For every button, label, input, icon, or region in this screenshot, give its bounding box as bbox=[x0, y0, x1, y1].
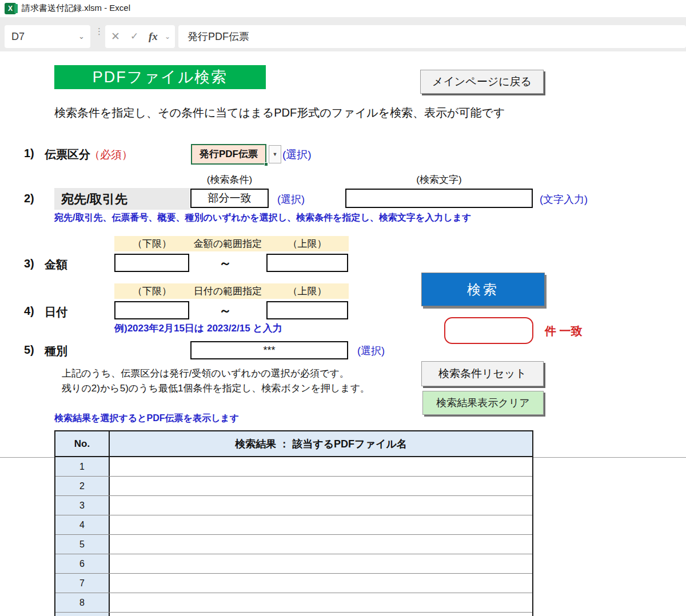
table-row[interactable]: 4 bbox=[55, 515, 532, 535]
amount-lower-header: （下限） bbox=[114, 237, 190, 250]
voucher-type-dropdown-icon[interactable]: ▼ bbox=[269, 145, 281, 163]
col-header-result: 検索結果 ： 該当するPDFファイル名 bbox=[110, 431, 532, 456]
amount-upper-input[interactable] bbox=[266, 254, 348, 272]
field2-number: 2) bbox=[24, 192, 34, 205]
table-row[interactable]: 6 bbox=[55, 554, 532, 574]
row-result-cell[interactable] bbox=[110, 477, 532, 495]
amount-range-label: 金額の範囲指定 bbox=[190, 237, 266, 250]
field3-label: 金額 bbox=[45, 257, 67, 273]
back-to-main-button[interactable]: メインページに戻る bbox=[420, 70, 544, 94]
instruction-line2: 残りの2)から5)のうち最低1個条件を指定し、検索ボタンを押します。 bbox=[62, 381, 370, 396]
searchtext-column-header: (検索文字) bbox=[345, 173, 533, 186]
row-number-cell: 6 bbox=[55, 554, 110, 573]
search-button[interactable]: 検索 bbox=[421, 273, 545, 306]
table-row[interactable]: 3 bbox=[55, 496, 532, 515]
row-result-cell[interactable] bbox=[110, 593, 532, 612]
field2-note: 宛先/取引先、伝票番号、概要、種別のいずれかを選択し、検索条件を指定し、検索文字… bbox=[54, 212, 471, 224]
expand-formula-bar-icon[interactable]: ⌄ bbox=[165, 25, 170, 48]
window-title: 請求書送付記録.xlsm - Excel bbox=[22, 3, 130, 14]
row-number-cell: 4 bbox=[55, 515, 110, 534]
required-badge: （必須） bbox=[89, 147, 133, 162]
amount-tilde: ～ bbox=[219, 255, 232, 272]
excel-app-icon: X bbox=[5, 3, 16, 14]
field2-select-hint: (選択) bbox=[277, 193, 305, 206]
match-count-suffix: 件 一致 bbox=[545, 323, 583, 339]
chevron-down-icon[interactable]: ⌄ bbox=[78, 25, 85, 48]
table-row[interactable]: 9 bbox=[55, 613, 532, 616]
cancel-icon[interactable]: ✕ bbox=[111, 25, 120, 48]
excel-window: X 請求書送付記録.xlsm - Excel D7 ⌄ ⋮ ✕ ✓ fx ⌄ 発… bbox=[0, 0, 686, 616]
formula-buttons: ✕ ✓ fx ⌄ bbox=[105, 25, 175, 48]
row-number-cell: 5 bbox=[55, 535, 110, 554]
date-range-band: （下限） 日付の範囲指定 （上限） bbox=[114, 283, 349, 299]
col-header-no: No. bbox=[55, 431, 110, 456]
condition-column-header: (検索条件) bbox=[190, 173, 269, 186]
formula-bar-strip: D7 ⌄ ⋮ ✕ ✓ fx ⌄ 発行PDF伝票 bbox=[0, 17, 686, 51]
field4-label: 日付 bbox=[45, 305, 67, 320]
name-box[interactable]: D7 ⌄ bbox=[5, 25, 90, 48]
field5-select-hint: (選択) bbox=[357, 344, 385, 358]
row-number-cell: 9 bbox=[55, 613, 110, 616]
field1-label: 伝票区分 bbox=[45, 147, 90, 162]
row-number-cell: 2 bbox=[55, 477, 110, 495]
date-range-label: 日付の範囲指定 bbox=[190, 285, 266, 298]
field1-select-hint: (選択) bbox=[282, 147, 312, 162]
field1-number: 1) bbox=[24, 147, 34, 160]
date-lower-input[interactable] bbox=[114, 301, 189, 319]
match-count-box bbox=[444, 317, 533, 344]
date-lower-header: （下限） bbox=[114, 285, 190, 298]
page-title: PDFファイル検索 bbox=[54, 65, 266, 89]
field2-label: 宛先/取引先 bbox=[61, 191, 127, 208]
insert-function-icon[interactable]: fx bbox=[149, 25, 158, 48]
result-hint: 検索結果を選択するとPDF伝票を表示します bbox=[54, 413, 239, 425]
page-description: 検索条件を指定し、その条件に当てはまるPDF形式のファイルを検索、表示が可能です bbox=[54, 105, 505, 121]
row-result-cell[interactable] bbox=[110, 613, 532, 616]
field5-label: 種別 bbox=[45, 343, 67, 359]
instruction-line1: 上記のうち、伝票区分は発行/受領のいずれかの選択が必須です。 bbox=[62, 366, 370, 381]
row-number-cell: 8 bbox=[55, 593, 110, 612]
match-condition-cell[interactable]: 部分一致 bbox=[190, 189, 269, 208]
row-result-cell[interactable] bbox=[110, 457, 532, 476]
row-result-cell[interactable] bbox=[110, 515, 532, 534]
results-table-body: 1 2 3 4 5 6 7 8 9 bbox=[54, 457, 533, 616]
date-upper-header: （上限） bbox=[266, 285, 349, 298]
table-row[interactable]: 7 bbox=[55, 574, 532, 593]
field2-input-hint: (文字入力) bbox=[540, 193, 588, 206]
reset-conditions-button[interactable]: 検索条件リセット bbox=[421, 361, 544, 386]
enter-icon[interactable]: ✓ bbox=[130, 25, 138, 48]
type-select-cell[interactable]: *** bbox=[190, 341, 348, 359]
date-example-note: 例)2023年2月15日は 2023/2/15 と入力 bbox=[114, 322, 282, 335]
results-table-header: No. 検索結果 ： 該当するPDFファイル名 bbox=[54, 430, 533, 457]
title-bar: X 請求書送付記録.xlsm - Excel bbox=[0, 0, 686, 17]
results-table: No. 検索結果 ： 該当するPDFファイル名 1 2 3 4 5 6 7 8 … bbox=[54, 430, 533, 616]
table-row[interactable]: 8 bbox=[55, 593, 532, 613]
date-upper-input[interactable] bbox=[266, 301, 348, 319]
table-row[interactable]: 5 bbox=[55, 535, 532, 554]
date-tilde: ～ bbox=[219, 302, 232, 319]
table-row[interactable]: 1 bbox=[55, 457, 532, 477]
cell-fill-handle[interactable] bbox=[264, 162, 268, 166]
row-result-cell[interactable] bbox=[110, 554, 532, 573]
instructions: 上記のうち、伝票区分は発行/受領のいずれかの選択が必須です。 残りの2)から5)… bbox=[62, 366, 370, 396]
row-number-cell: 7 bbox=[55, 574, 110, 593]
amount-lower-input[interactable] bbox=[114, 254, 189, 272]
worksheet: PDFファイル検索 メインページに戻る 検索条件を指定し、その条件に当てはまるP… bbox=[0, 51, 686, 616]
field4-number: 4) bbox=[24, 305, 34, 318]
row-result-cell[interactable] bbox=[110, 496, 532, 515]
more-dots-icon: ⋮ bbox=[95, 29, 101, 34]
voucher-type-cell[interactable]: 発行PDF伝票 bbox=[191, 144, 266, 165]
search-text-input[interactable] bbox=[345, 189, 533, 208]
row-result-cell[interactable] bbox=[110, 535, 532, 554]
clear-results-button[interactable]: 検索結果表示クリア bbox=[422, 391, 544, 415]
amount-range-band: （下限） 金額の範囲指定 （上限） bbox=[114, 236, 349, 251]
formula-input[interactable]: 発行PDF伝票 bbox=[178, 25, 686, 48]
field5-number: 5) bbox=[24, 343, 34, 357]
row-result-cell[interactable] bbox=[110, 574, 532, 593]
amount-upper-header: （上限） bbox=[266, 237, 349, 250]
table-row[interactable]: 2 bbox=[55, 477, 532, 496]
name-box-value: D7 bbox=[11, 31, 25, 42]
row-number-cell: 1 bbox=[55, 457, 110, 476]
row-number-cell: 3 bbox=[55, 496, 110, 515]
field3-number: 3) bbox=[24, 257, 34, 270]
